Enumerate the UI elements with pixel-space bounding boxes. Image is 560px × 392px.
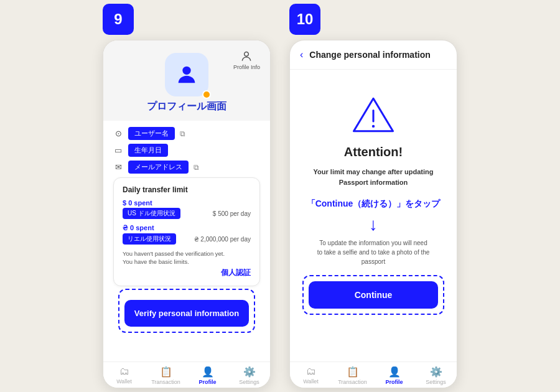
step9-badge: 9 (103, 4, 134, 35)
continue-description: To update the information you will needt… (317, 238, 430, 266)
header-title: Change personal information (309, 50, 430, 60)
birthday-tag: 生年月日 (128, 144, 168, 157)
kr-badge: リエル使用状況 (123, 233, 176, 245)
username-copy-icon[interactable]: ⧉ (180, 129, 185, 138)
profile-icon-9: 👤 (202, 366, 214, 378)
kr-spent-label: ₴ 0 spent (123, 224, 251, 232)
verification-label-jp: 個人認証 (123, 268, 251, 278)
continue-button[interactable]: Continue (309, 281, 438, 309)
usd-limit-row: $ 0 spent US ドル使用状況 $ 500 per day (123, 199, 251, 219)
screen10-body: Attention! Your limit may change after u… (290, 70, 457, 362)
birthday-row: ▭ 生年月日 (113, 144, 260, 157)
transaction-icon-9: 📋 (160, 366, 172, 378)
screen10-header: ‹ Change personal information (290, 40, 457, 70)
email-icon: ✉ (113, 162, 123, 172)
kr-limit-row: ₴ 0 spent リエル使用状況 ₴ 2,000,000 per day (123, 224, 251, 245)
transaction-icon-10: 📋 (347, 366, 359, 378)
email-tag: メールアドレス (128, 161, 189, 174)
profile-body: ⊙ ユーザー名 ⧉ ▭ 生年月日 ✉ メールアドレス ⧉ Daily trans… (103, 121, 270, 362)
attention-subtitle: Your limit may change after updatingPass… (314, 167, 434, 187)
nav-profile-9[interactable]: 👤 Profile (187, 366, 228, 385)
verification-note: You haven't passed the verification yet.… (123, 250, 251, 266)
nav-transaction-9[interactable]: 📋 Transaction (145, 366, 187, 385)
kr-limit-amount: ₴ 2,000,000 per day (194, 236, 251, 243)
back-button[interactable]: ‹ (300, 49, 303, 60)
kr-bar-row: リエル使用状況 ₴ 2,000,000 per day (123, 233, 251, 245)
step10-badge: 10 (289, 4, 320, 35)
step9-block: 9 Profile Info プロフィール画面 (103, 4, 271, 388)
transfer-card: Daily transfer limit $ 0 spent US ドル使用状況… (113, 177, 260, 286)
settings-icon-10: ⚙️ (430, 366, 442, 378)
email-copy-icon[interactable]: ⧉ (194, 163, 199, 172)
username-icon: ⊙ (113, 129, 123, 138)
bottom-nav-10: 🗂 Wallet 📋 Transaction 👤 Profile ⚙️ Sett… (290, 362, 457, 388)
nav-wallet-10[interactable]: 🗂 Wallet (290, 366, 332, 385)
svg-point-0 (245, 52, 249, 57)
continue-button-wrapper: Continue (302, 275, 444, 315)
username-tag: ユーザー名 (128, 127, 175, 140)
nav-profile-10[interactable]: 👤 Profile (373, 366, 415, 385)
profile-top: Profile Info プロフィール画面 (103, 40, 270, 121)
verify-personal-info-button[interactable]: Verify personal information (124, 300, 249, 327)
nav-wallet-9[interactable]: 🗂 Wallet (103, 366, 145, 385)
birthday-icon: ▭ (113, 146, 123, 155)
username-row: ⊙ ユーザー名 ⧉ (113, 127, 260, 140)
nav-settings-9[interactable]: ⚙️ Settings (228, 366, 270, 385)
wallet-icon-10: 🗂 (306, 366, 316, 377)
bottom-nav-9: 🗂 Wallet 📋 Transaction 👤 Profile ⚙️ Sett… (103, 362, 270, 388)
usd-bar-row: US ドル使用状況 $ 500 per day (123, 208, 251, 219)
main-wrapper: 9 Profile Info プロフィール画面 (90, 0, 470, 392)
usd-limit-amount: $ 500 per day (213, 210, 251, 217)
step10-block: 10 ‹ Change personal information Attenti… (289, 4, 457, 388)
profile-icon-10: 👤 (388, 366, 401, 378)
verify-button-wrapper: Verify personal information (118, 289, 255, 333)
email-row: ✉ メールアドレス ⧉ (113, 161, 260, 174)
profile-info-button[interactable]: Profile Info (233, 50, 260, 70)
svg-point-1 (182, 67, 190, 75)
phone-screen9: Profile Info プロフィール画面 ⊙ ユーザー名 ⧉ (103, 40, 271, 388)
attention-title: Attention! (344, 145, 403, 159)
nav-transaction-10[interactable]: 📋 Transaction (332, 366, 373, 385)
phone-screen10: ‹ Change personal information Attention!… (289, 40, 457, 388)
nav-settings-10[interactable]: ⚙️ Settings (415, 366, 457, 385)
screen-title: プロフィール画面 (147, 100, 226, 113)
down-arrow-icon: ↓ (369, 216, 378, 233)
usd-spent-label: $ 0 spent (123, 199, 251, 207)
transfer-title: Daily transfer limit (123, 185, 251, 194)
continue-tap-label-jp: 「Continue（続ける）」をタップ (307, 198, 441, 210)
settings-icon-9: ⚙️ (243, 366, 256, 378)
usd-badge: US ドル使用状況 (123, 208, 180, 219)
wallet-icon-9: 🗂 (119, 366, 129, 377)
avatar (165, 53, 208, 96)
warning-triangle-icon (352, 95, 395, 135)
svg-point-4 (372, 125, 375, 128)
alert-dot (202, 90, 211, 99)
